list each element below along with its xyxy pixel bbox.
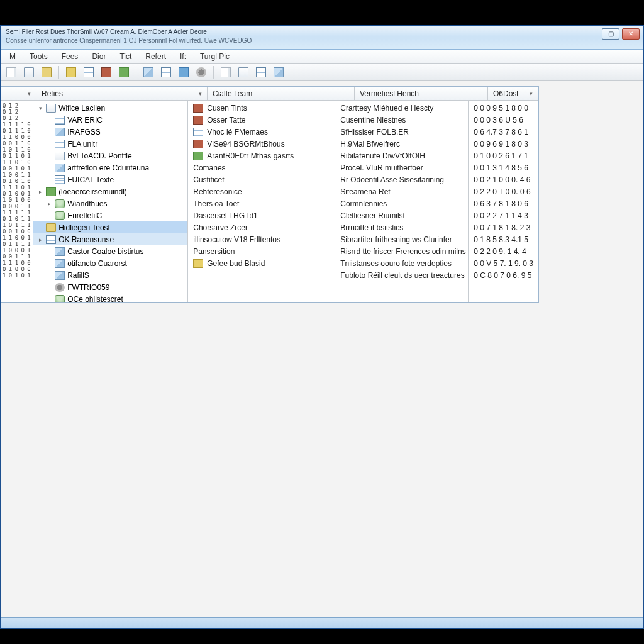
table-icon <box>84 67 94 77</box>
column-headers: Reties Cialte Team Vermetiesl Hench O6Do… <box>1 87 538 101</box>
list-item[interactable]: Chorsarve Zrcer <box>188 221 335 233</box>
list-item[interactable]: illinsocutow V18 Frlltentos <box>188 233 335 245</box>
toolbar-button[interactable] <box>142 65 155 79</box>
toolbar-button[interactable] <box>254 65 268 79</box>
tree-item[interactable]: FWTRIO059 <box>33 281 187 293</box>
main-panel: Reties Cialte Team Vermetiesl Hench O6Do… <box>1 86 539 303</box>
list-id: 0 0 0 9 5 1 8 0 0 <box>469 102 538 114</box>
tree-item[interactable]: otifancto Cuarorst <box>33 257 187 269</box>
close-button[interactable]: ✕ <box>622 28 640 40</box>
toolbar-button[interactable] <box>236 65 250 79</box>
folder-icon <box>42 67 52 77</box>
list-desc: Ribilatenufe DiwVtOltOIH <box>335 150 468 162</box>
tree-item-label: artfreflon ere Cduriteuna <box>67 164 149 172</box>
tree-item[interactable]: BvI ToACD. Pontfle <box>33 150 187 162</box>
toolbar-button[interactable] <box>82 65 96 79</box>
minimize-button[interactable]: ▢ <box>602 28 619 40</box>
list-item[interactable]: Rehteresonice <box>188 186 335 197</box>
page-icon <box>6 67 16 77</box>
tree-item-label: BvI ToACD. Pontfle <box>67 152 132 160</box>
tree-item-label: FWTRIO059 <box>67 283 109 292</box>
tree-item[interactable]: artfreflon ere Cduriteuna <box>33 162 187 174</box>
toolbar-button[interactable] <box>219 65 233 79</box>
tree-item[interactable]: EnretletilC <box>33 209 187 221</box>
col-header-desc[interactable]: Vermetiesl Hench <box>355 87 488 100</box>
list-item-icon <box>193 140 203 148</box>
list-desc: Siteamena Ret <box>335 186 468 197</box>
menu-item[interactable]: M <box>3 51 22 62</box>
tree-item-label: VAR ERIC <box>67 116 103 125</box>
list-item[interactable]: Dascersel THGTd1 <box>188 209 335 221</box>
toolbar-button[interactable] <box>117 65 131 79</box>
list-item[interactable]: Cusen Tints <box>188 102 335 114</box>
expand-arrow-icon: ▸ <box>37 236 43 243</box>
gear-icon <box>196 67 206 77</box>
col-header-id[interactable]: O6Dosl <box>488 87 538 100</box>
list-item[interactable]: Comanes <box>188 162 335 174</box>
list-desc: Cusentine Niestnes <box>335 114 468 126</box>
tree-item-label: EnretletilC <box>67 211 102 220</box>
menu-item[interactable]: If: <box>174 51 192 62</box>
menu-item[interactable]: Turgl Pic <box>194 51 236 62</box>
list-id: 0 0 V 5 7. 1 9. 0 3 <box>469 257 538 269</box>
toolbar-button[interactable] <box>99 65 113 79</box>
tree-item[interactable]: RafillS <box>33 269 187 281</box>
list-id: 0 0 1 3 1 4 8 5 6 <box>469 162 538 174</box>
toolbar-button[interactable] <box>64 65 78 79</box>
toolbar-button[interactable] <box>40 65 53 79</box>
tree-item-icon <box>55 116 65 125</box>
list-id: 0 2 2 0 9. 1 4. 4 <box>469 245 538 257</box>
tree-item-label: (loeaerceirsemuindl) <box>58 187 127 196</box>
tree-item[interactable]: ▸Wiandthues <box>33 197 187 209</box>
list-item[interactable]: ArantR0E0tr Mthas gasrts <box>188 150 335 162</box>
tree-item-icon <box>46 104 56 113</box>
toolbar-button[interactable] <box>159 65 173 79</box>
tree-item-icon <box>55 175 65 184</box>
toolbar-button[interactable] <box>177 65 191 79</box>
list-id: 0 2 2 0 T 0 0. 0 6 <box>469 186 538 197</box>
tree-item[interactable]: FUICAL Texte <box>33 174 187 186</box>
tree-item[interactable]: Hidliegeri Teost <box>33 221 187 233</box>
toolbar-button[interactable] <box>194 65 208 79</box>
tree-item-icon <box>55 152 65 160</box>
list-item-label: Thers oa Toet <box>193 199 239 208</box>
toolbar-button[interactable] <box>4 65 18 79</box>
tree-item[interactable]: FLA unitr <box>33 138 187 150</box>
workspace: Reties Cialte Team Vermetiesl Hench O6Do… <box>1 81 643 628</box>
list-item[interactable]: Gefee bud Blasid <box>188 257 335 269</box>
tree-item[interactable]: ▸(loeaerceirsemuindl) <box>33 186 187 197</box>
list-item[interactable]: Osser Tatte <box>188 114 335 126</box>
tree-item[interactable]: Castor Coaloe bistirtus <box>33 245 187 257</box>
list-item[interactable]: Pansersition <box>188 245 335 257</box>
menu-item[interactable]: Fees <box>55 51 85 62</box>
tree-item[interactable]: OCe ohlistescret <box>33 293 187 302</box>
tree-item[interactable]: ▸OK Ranensunse <box>33 233 187 245</box>
content-panel: Cusen TintsOsser TatteVhoc lé FMemaesVlS… <box>188 101 538 302</box>
menu-item[interactable]: Toots <box>23 51 54 62</box>
tree-item-icon <box>55 283 65 292</box>
col-header-filter[interactable] <box>1 87 36 100</box>
menu-item[interactable]: Dior <box>86 51 112 62</box>
list-item[interactable]: Thers oa Toet <box>188 197 335 209</box>
list-desc: Fubloto Réill cleult ds uecr treactures <box>335 269 468 281</box>
tree-item-icon <box>55 199 65 208</box>
col-header-name[interactable]: Cialte Team <box>208 87 355 100</box>
list-id: 0 0 0 3 6 U 5 6 <box>469 114 538 126</box>
title-line-1: Semi Fller Rost Dues ThorSmil W/07 Cream… <box>6 28 638 36</box>
tree-item[interactable]: ▾Wifice Laclien <box>33 102 187 114</box>
list-item[interactable]: Custiticet <box>188 174 335 186</box>
list-item[interactable]: Vhoc lé FMemaes <box>188 126 335 138</box>
toolbar-button[interactable] <box>22 65 36 79</box>
tree-item[interactable]: VAR ERIC <box>33 114 187 126</box>
doc-icon <box>24 67 34 77</box>
toolbar-button[interactable] <box>272 65 286 79</box>
col-header-tree[interactable]: Reties <box>36 87 208 100</box>
list-id: 0 C 8 0 7 0 6. 9 5 <box>469 269 538 281</box>
list-desc: Risrrd tte friscer Frerences odin milns <box>335 245 468 257</box>
list-item[interactable]: VlSe94 BSGRMtBhous <box>188 138 335 150</box>
tree-item[interactable]: IRAFGSS <box>33 126 187 138</box>
menubar: M Toots Fees Dior Tict Refert If: Turgl … <box>1 50 643 64</box>
tree-item-label: Castor Coaloe bistirtus <box>67 247 143 256</box>
menu-item[interactable]: Tict <box>113 51 138 62</box>
menu-item[interactable]: Refert <box>139 51 172 62</box>
